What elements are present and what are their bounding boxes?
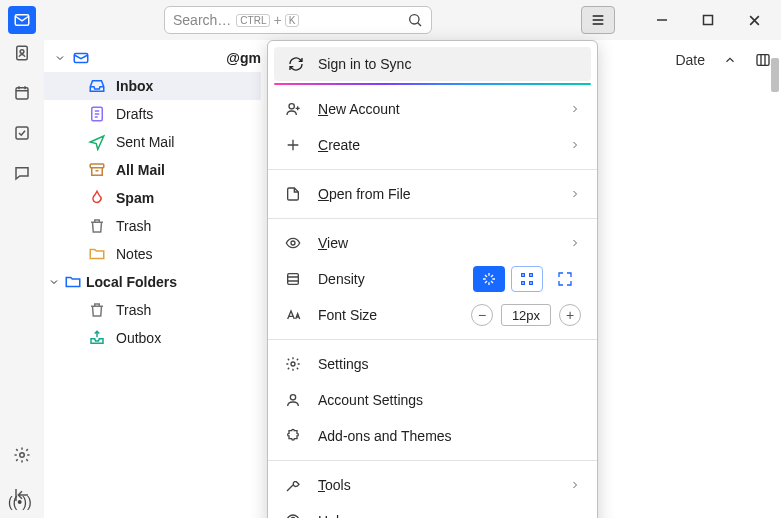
sync-activity-indicator: ((•)) — [8, 494, 32, 510]
density-default-button[interactable] — [511, 266, 543, 292]
folder-label: Inbox — [116, 78, 153, 94]
title-bar: Search… CTRL + K — [0, 0, 781, 40]
spam-icon — [88, 189, 106, 207]
sort-asc-icon[interactable] — [723, 53, 737, 67]
menu-item-create[interactable]: Create — [268, 127, 597, 163]
folder-label: Trash — [116, 302, 151, 318]
mail-app-icon[interactable] — [8, 6, 36, 34]
folder-label: Trash — [116, 218, 151, 234]
notes-folder-icon — [88, 245, 106, 263]
settings-gear-icon[interactable] — [13, 446, 31, 464]
file-icon — [284, 186, 302, 202]
wrench-icon — [284, 477, 302, 493]
chevron-right-icon — [569, 188, 581, 200]
user-plus-icon — [284, 101, 302, 117]
outbox-icon — [88, 329, 106, 347]
global-search-input[interactable]: Search… CTRL + K — [164, 6, 432, 34]
drafts-icon — [88, 105, 106, 123]
hamburger-icon — [590, 12, 606, 28]
menu-item-tools[interactable]: Tools — [268, 467, 597, 503]
folder-label: All Mail — [116, 162, 165, 178]
svg-point-4 — [20, 50, 24, 54]
svg-rect-11 — [757, 55, 769, 66]
puzzle-icon — [284, 428, 302, 444]
sent-icon — [88, 133, 106, 151]
search-placeholder: Search… — [173, 12, 231, 28]
eye-icon — [284, 235, 302, 251]
folder-inbox[interactable]: Inbox — [44, 72, 261, 100]
kbd-ctrl: CTRL — [236, 14, 270, 27]
folder-all-mail[interactable]: All Mail — [44, 156, 261, 184]
menu-separator — [268, 218, 597, 219]
sync-gradient-divider — [274, 83, 591, 85]
menu-item-settings[interactable]: Settings — [268, 346, 597, 382]
svg-point-1 — [410, 15, 419, 24]
menu-separator — [268, 339, 597, 340]
app-menu-button[interactable] — [581, 6, 615, 34]
menu-separator — [268, 169, 597, 170]
menu-item-addons[interactable]: Add-ons and Themes — [268, 418, 597, 454]
menu-item-account-settings[interactable]: Account Settings — [268, 382, 597, 418]
menu-label: Sign in to Sync — [318, 56, 411, 72]
account-label: @gm — [226, 50, 261, 66]
menu-item-sign-in-sync[interactable]: Sign in to Sync — [274, 47, 591, 81]
font-size-decrease-button[interactable]: − — [471, 304, 493, 326]
local-outbox[interactable]: Outbox — [44, 324, 261, 352]
local-trash[interactable]: Trash — [44, 296, 261, 324]
menu-label: Create — [318, 137, 360, 153]
sync-icon — [288, 56, 304, 72]
menu-item-font-size: Font Size − 12px + — [268, 297, 597, 333]
svg-point-7 — [20, 453, 25, 458]
chevron-down-icon — [54, 52, 66, 64]
folder-sent[interactable]: Sent Mail — [44, 128, 261, 156]
menu-item-new-account[interactable]: New Account — [268, 91, 597, 127]
window-close-button[interactable] — [731, 5, 777, 35]
window-minimize-button[interactable] — [639, 5, 685, 35]
archive-icon — [88, 161, 106, 179]
chevron-down-icon — [48, 276, 60, 288]
density-icon — [284, 271, 302, 287]
font-size-icon — [284, 307, 302, 323]
local-folders-label: Local Folders — [86, 274, 177, 290]
menu-label: Tools — [318, 477, 351, 493]
folder-trash[interactable]: Trash — [44, 212, 261, 240]
folder-label: Drafts — [116, 106, 153, 122]
menu-item-view[interactable]: View — [268, 225, 597, 261]
calendar-icon[interactable] — [13, 84, 31, 102]
density-compact-button[interactable] — [473, 266, 505, 292]
menu-item-density: Density — [268, 261, 597, 297]
menu-item-help[interactable]: Help — [268, 503, 597, 518]
app-icon-wrap — [0, 6, 44, 34]
trash-icon — [88, 301, 106, 319]
kbd-plus: + — [273, 12, 281, 28]
account-mailbox-icon — [72, 49, 90, 67]
chat-icon[interactable] — [13, 164, 31, 182]
svg-rect-10 — [90, 164, 104, 168]
plus-icon — [284, 137, 302, 153]
column-date-label[interactable]: Date — [675, 52, 705, 68]
folder-drafts[interactable]: Drafts — [44, 100, 261, 128]
chevron-right-icon — [569, 139, 581, 151]
address-book-icon[interactable] — [13, 44, 31, 62]
window-maximize-button[interactable] — [685, 5, 731, 35]
menu-label: View — [318, 235, 348, 251]
account-row[interactable]: @gm — [44, 44, 261, 72]
folder-notes[interactable]: Notes — [44, 240, 261, 268]
gear-icon — [284, 356, 302, 372]
sync-activity-icon: ((•)) — [8, 494, 32, 510]
density-relaxed-button[interactable] — [549, 266, 581, 292]
chevron-right-icon — [569, 103, 581, 115]
folder-spam[interactable]: Spam — [44, 184, 261, 212]
user-icon — [284, 392, 302, 408]
font-size-increase-button[interactable]: + — [559, 304, 581, 326]
scrollbar-thumb[interactable] — [771, 58, 779, 92]
menu-separator — [268, 460, 597, 461]
local-folders-row[interactable]: Local Folders — [44, 268, 261, 296]
menu-item-open-file[interactable]: Open from File — [268, 176, 597, 212]
svg-point-15 — [291, 362, 295, 366]
svg-rect-5 — [16, 88, 28, 99]
spaces-toolbar — [0, 40, 44, 518]
tasks-icon[interactable] — [13, 124, 31, 142]
search-icon — [407, 12, 423, 28]
column-picker-icon[interactable] — [755, 52, 771, 68]
